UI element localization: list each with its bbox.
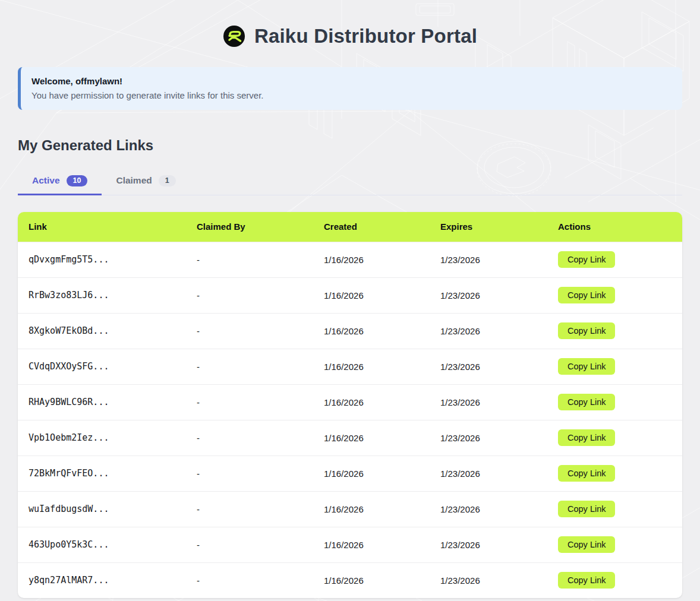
expires-date: 1/23/2026 [430, 433, 547, 443]
claimed-by-value: - [186, 433, 313, 443]
expires-date: 1/23/2026 [430, 540, 547, 550]
claimed-by-value: - [186, 290, 313, 300]
actions-cell: Copy Link [547, 251, 682, 268]
claimed-by-value: - [186, 575, 313, 586]
table-row: RrBw3zo83LJ6... - 1/16/2026 1/23/2026 Co… [18, 277, 682, 313]
welcome-banner: Welcome, offmylawn! You have permission … [18, 67, 682, 110]
created-date: 1/16/2026 [313, 362, 430, 372]
created-date: 1/16/2026 [313, 290, 430, 300]
table-row: 8XgkoW7EkOBd... - 1/16/2026 1/23/2026 Co… [18, 313, 682, 349]
tab-bar: Active 10 Claimed 1 [18, 170, 682, 195]
claimed-by-value: - [186, 504, 313, 514]
copy-link-button[interactable]: Copy Link [558, 465, 615, 482]
copy-link-button[interactable]: Copy Link [558, 394, 615, 410]
tab-claimed-count-badge: 1 [159, 175, 176, 186]
column-header-link: Link [18, 222, 186, 232]
copy-link-button[interactable]: Copy Link [558, 572, 615, 589]
expires-date: 1/23/2026 [430, 397, 547, 407]
table-body: qDvxgmFmg5T5... - 1/16/2026 1/23/2026 Co… [18, 242, 682, 598]
copy-link-button[interactable]: Copy Link [558, 429, 615, 446]
created-date: 1/16/2026 [313, 397, 430, 407]
tab-active[interactable]: Active 10 [18, 170, 102, 195]
column-header-expires: Expires [430, 222, 547, 232]
created-date: 1/16/2026 [313, 469, 430, 479]
link-code: RrBw3zo83LJ6... [18, 290, 186, 300]
created-date: 1/16/2026 [313, 433, 430, 443]
created-date: 1/16/2026 [313, 540, 430, 550]
link-code: 8XgkoW7EkOBd... [18, 325, 186, 336]
copy-link-button[interactable]: Copy Link [558, 501, 615, 517]
actions-cell: Copy Link [547, 536, 682, 553]
actions-cell: Copy Link [547, 287, 682, 303]
copy-link-button[interactable]: Copy Link [558, 358, 615, 375]
welcome-subtitle: You have permission to generate invite l… [31, 90, 670, 100]
actions-cell: Copy Link [547, 322, 682, 339]
actions-cell: Copy Link [547, 465, 682, 482]
expires-date: 1/23/2026 [430, 469, 547, 479]
expires-date: 1/23/2026 [430, 575, 547, 586]
tab-claimed-label: Claimed [116, 175, 152, 186]
column-header-created: Created [313, 222, 430, 232]
claimed-by-value: - [186, 540, 313, 550]
copy-link-button[interactable]: Copy Link [558, 536, 615, 553]
actions-cell: Copy Link [547, 572, 682, 589]
link-code: CVdqDXXOySFG... [18, 361, 186, 372]
raiku-logo-icon [223, 25, 245, 48]
table-row: CVdqDXXOySFG... - 1/16/2026 1/23/2026 Co… [18, 349, 682, 384]
expires-date: 1/23/2026 [430, 326, 547, 336]
link-code: Vpb1Oebm2Iez... [18, 432, 186, 443]
expires-date: 1/23/2026 [430, 255, 547, 265]
table-row: 463Upo0Y5k3C... - 1/16/2026 1/23/2026 Co… [18, 527, 682, 562]
table-header-row: Link Claimed By Created Expires Actions [18, 212, 682, 242]
actions-cell: Copy Link [547, 358, 682, 375]
claimed-by-value: - [186, 255, 313, 265]
page-root: Raiku Distributor Portal Welcome, offmyl… [18, 0, 682, 598]
actions-cell: Copy Link [547, 429, 682, 446]
section-heading: My Generated Links [18, 137, 682, 154]
column-header-claimed-by: Claimed By [186, 222, 313, 232]
header: Raiku Distributor Portal [18, 21, 682, 51]
table-row: Vpb1Oebm2Iez... - 1/16/2026 1/23/2026 Co… [18, 420, 682, 456]
link-code: 72BkMrQFvFEO... [18, 468, 186, 479]
created-date: 1/16/2026 [313, 255, 430, 265]
expires-date: 1/23/2026 [430, 362, 547, 372]
welcome-title: Welcome, offmylawn! [31, 76, 670, 86]
created-date: 1/16/2026 [313, 504, 430, 514]
table-row: wuIafdbugsdW... - 1/16/2026 1/23/2026 Co… [18, 491, 682, 527]
table-row: qDvxgmFmg5T5... - 1/16/2026 1/23/2026 Co… [18, 242, 682, 277]
column-header-actions: Actions [547, 222, 682, 232]
link-code: 463Upo0Y5k3C... [18, 539, 186, 550]
link-code: qDvxgmFmg5T5... [18, 254, 186, 265]
expires-date: 1/23/2026 [430, 290, 547, 300]
created-date: 1/16/2026 [313, 575, 430, 586]
copy-link-button[interactable]: Copy Link [558, 287, 615, 303]
tab-active-count-badge: 10 [67, 175, 88, 186]
claimed-by-value: - [186, 326, 313, 336]
claimed-by-value: - [186, 469, 313, 479]
page-title: Raiku Distributor Portal [254, 25, 477, 48]
expires-date: 1/23/2026 [430, 504, 547, 514]
link-code: wuIafdbugsdW... [18, 504, 186, 514]
copy-link-button[interactable]: Copy Link [558, 322, 615, 339]
tab-claimed[interactable]: Claimed 1 [102, 170, 190, 195]
claimed-by-value: - [186, 397, 313, 407]
table-row: RHAy9BWLC96R... - 1/16/2026 1/23/2026 Co… [18, 384, 682, 420]
table-row: y8qn27AlMAR7... - 1/16/2026 1/23/2026 Co… [18, 562, 682, 598]
actions-cell: Copy Link [547, 501, 682, 517]
created-date: 1/16/2026 [313, 326, 430, 336]
link-code: y8qn27AlMAR7... [18, 575, 186, 586]
links-table: Link Claimed By Created Expires Actions … [18, 212, 682, 598]
claimed-by-value: - [186, 362, 313, 372]
copy-link-button[interactable]: Copy Link [558, 251, 615, 268]
actions-cell: Copy Link [547, 394, 682, 410]
link-code: RHAy9BWLC96R... [18, 397, 186, 407]
table-row: 72BkMrQFvFEO... - 1/16/2026 1/23/2026 Co… [18, 456, 682, 491]
tab-active-label: Active [32, 175, 60, 186]
